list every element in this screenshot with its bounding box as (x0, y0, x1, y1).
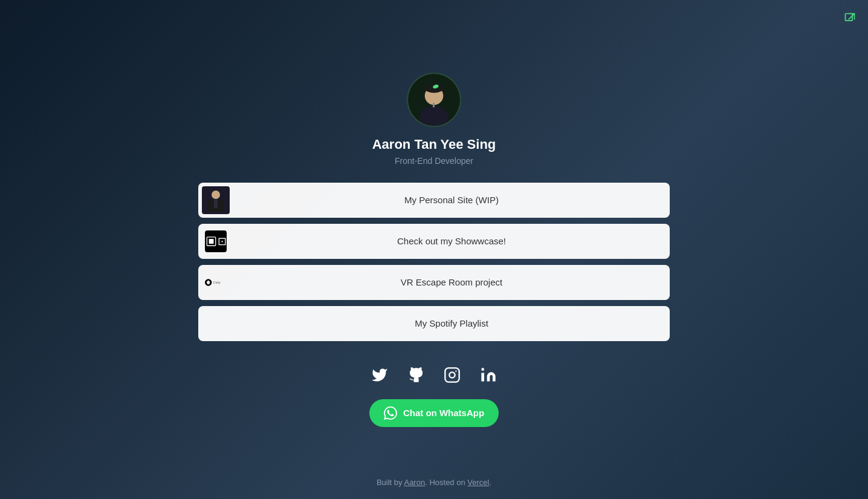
external-link-icon[interactable] (844, 12, 856, 27)
showwcase-icon-box (198, 224, 233, 259)
link-vr-escape[interactable]: Unity VR Escape Room project (198, 265, 670, 300)
github-icon[interactable] (404, 363, 428, 387)
personal-site-icon-box (198, 183, 233, 218)
unity-logo: Unity (205, 276, 227, 289)
links-section: My Personal Site (WIP) Check out my Show… (198, 183, 670, 341)
profile-name: Aaron Tan Yee Sing (372, 137, 496, 152)
svg-rect-13 (209, 239, 214, 244)
footer-end: . (489, 478, 491, 487)
footer-aaron-link[interactable]: Aaron (404, 478, 425, 487)
link-showwcase-label: Check out my Showwcase! (233, 236, 670, 246)
footer: Built by Aaron. Hosted on Vercel. (377, 478, 491, 487)
spotify-icon-box (198, 306, 233, 341)
profile-title: Front-End Developer (395, 156, 473, 166)
social-icons-section (368, 363, 500, 387)
showwcase-icon (205, 230, 227, 252)
footer-built-by-text: Built by (377, 478, 404, 487)
whatsapp-icon (384, 406, 397, 420)
link-spotify[interactable]: My Spotify Playlist (198, 306, 670, 341)
svg-text:Unity: Unity (213, 281, 221, 284)
svg-rect-16 (445, 368, 459, 382)
linkedin-icon[interactable] (476, 363, 500, 387)
svg-point-18 (455, 370, 456, 371)
link-vr-escape-label: VR Escape Room project (233, 277, 670, 287)
svg-point-17 (449, 372, 455, 377)
footer-vercel-link[interactable]: Vercel (467, 478, 489, 487)
profile-section: Aaron Tan Yee Sing Front-End Developer (372, 73, 496, 166)
link-personal-site[interactable]: My Personal Site (WIP) (198, 183, 670, 218)
svg-point-19 (481, 368, 484, 371)
unity-icon-box: Unity (198, 265, 233, 300)
instagram-icon[interactable] (440, 363, 464, 387)
avatar (407, 73, 461, 127)
svg-point-8 (212, 191, 220, 199)
svg-rect-5 (433, 102, 435, 107)
link-personal-site-label: My Personal Site (WIP) (233, 195, 670, 205)
twitter-icon[interactable] (368, 363, 392, 387)
whatsapp-label: Chat on WhatsApp (403, 408, 484, 418)
link-spotify-label: My Spotify Playlist (233, 318, 670, 328)
svg-rect-10 (214, 200, 218, 208)
footer-hosted-text: . Hosted on (425, 478, 467, 487)
whatsapp-button[interactable]: Chat on WhatsApp (369, 399, 499, 427)
link-showwcase[interactable]: Check out my Showwcase! (198, 224, 670, 259)
